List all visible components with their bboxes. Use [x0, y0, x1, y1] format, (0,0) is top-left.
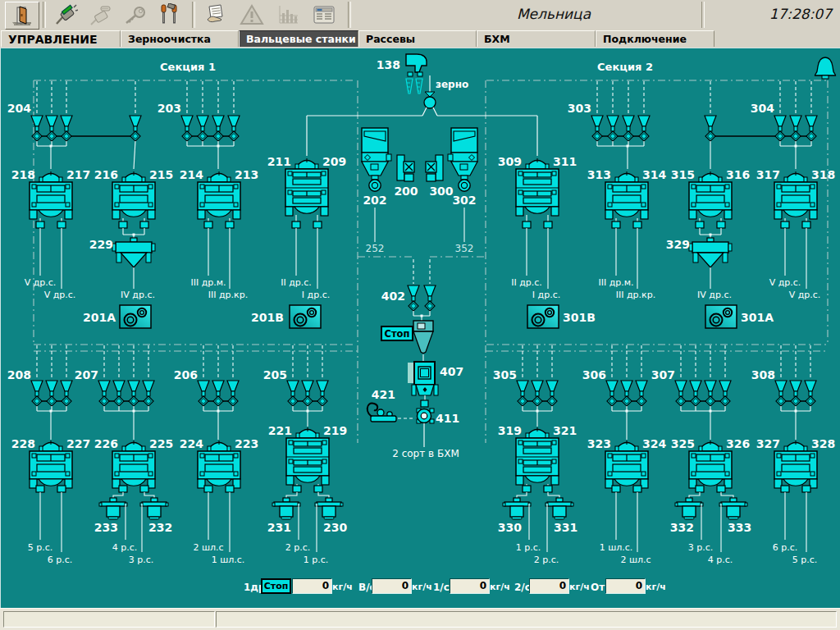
feeder-group-208[interactable]: 208	[7, 345, 72, 440]
mill-number: 218	[11, 168, 35, 181]
feeder-group-307[interactable]: 307	[651, 345, 731, 440]
feeder-number: 307	[651, 368, 675, 381]
mill-315-316[interactable]: 315316	[671, 168, 750, 238]
conveyor-421[interactable]: 421	[368, 388, 396, 422]
mill-226-225[interactable]: 226225	[94, 437, 173, 498]
detacher-333[interactable]: 3334 р.с.	[708, 498, 752, 565]
output-label: 2 сорт в БХМ	[392, 448, 459, 459]
mill-216-215[interactable]: 216215	[94, 168, 173, 238]
grain-inlet-138[interactable]: 138зерно	[377, 54, 468, 94]
bin-tag: 352	[455, 243, 474, 254]
detacher-331[interactable]: 3312 р.с.	[534, 498, 578, 565]
cyclone-229[interactable]: 229IV др.с.	[89, 238, 155, 300]
panel-icon[interactable]	[308, 2, 340, 28]
machine-407[interactable]: 407	[412, 362, 463, 400]
mill-number: 327	[756, 437, 780, 450]
machine-number: 407	[440, 365, 463, 378]
mill-number: 317	[756, 168, 780, 181]
feeder-group-203[interactable]: 203	[158, 81, 240, 169]
tab-rassevy[interactable]: Рассевы	[358, 30, 477, 47]
report-hand-icon[interactable]	[199, 2, 231, 28]
mill-317-318[interactable]: 317318V др.с.V др.с.	[756, 168, 835, 300]
detacher-230[interactable]: 2301 р.с.	[304, 498, 348, 565]
cyclone-329[interactable]: 329IV др.с.	[666, 238, 732, 300]
blower-301B[interactable]: 301B	[527, 305, 596, 328]
exit-door-icon[interactable]	[5, 2, 39, 30]
value-field-2s[interactable]: 0	[529, 578, 569, 594]
mill-224-223[interactable]: 2242232 шл.с1 шл.с.	[180, 437, 258, 565]
cyclone-number: 329	[666, 238, 690, 251]
feeder-group-206[interactable]: 206	[174, 345, 239, 440]
mill-228-227[interactable]: 2282275 р.с.6 р.с.	[11, 437, 90, 565]
stop-button-middle[interactable]: Стоп	[381, 326, 413, 340]
detacher-231[interactable]: 2312 р.с.	[267, 498, 311, 553]
bin-feeder[interactable]: 300	[426, 155, 454, 198]
stream-label: V др.с.	[44, 290, 76, 300]
feeder-group-205[interactable]: 205	[263, 345, 328, 427]
toolbar-separator	[701, 2, 705, 28]
detacher-232[interactable]: 2323 р.с.	[129, 498, 173, 565]
machine-number: 421	[372, 388, 395, 401]
mill-309-311[interactable]: 309311II др.с.I др.с.	[498, 155, 577, 300]
feeder-group-207[interactable]: 207	[75, 345, 154, 440]
blower-201B[interactable]: 201B	[251, 305, 321, 328]
mill-221-219[interactable]: 221219	[268, 424, 347, 498]
tab-valtsevye-stanki[interactable]: Вальцевые станки	[239, 30, 358, 47]
mill-number: 311	[553, 155, 577, 168]
value-field-otr[interactable]: 0	[605, 578, 646, 594]
stream-label: III др.кр.	[616, 290, 655, 300]
detacher-330[interactable]: 3301 р.с.	[498, 498, 541, 553]
detacher-233[interactable]: 2334 р.с.	[94, 498, 138, 553]
feeder-group-402[interactable]: 402	[381, 259, 436, 321]
mill-number: 225	[149, 437, 173, 450]
feeder-group-308[interactable]: 308	[751, 345, 816, 440]
stream-label: 1 шл.с.	[600, 542, 633, 553]
mill-327-328[interactable]: 3273286 р.с.5 р.с.	[756, 437, 835, 565]
cyclone-number: 229	[89, 238, 113, 251]
detacher-332[interactable]: 3323 р.с.	[670, 498, 714, 553]
chart-icon[interactable]	[272, 2, 304, 28]
mill-211-209[interactable]: 211209II др.с.I др.с.	[267, 155, 346, 300]
plug-disconnected-icon[interactable]	[84, 2, 116, 28]
status-cell-left	[3, 611, 215, 628]
bin-feeder[interactable]: 200	[394, 155, 418, 198]
key-icon[interactable]	[118, 2, 151, 28]
feeder-number: 200	[394, 185, 418, 198]
tools-icon[interactable]	[153, 2, 185, 28]
mill-218-217[interactable]: 218217V др.с.V др.с.	[11, 168, 90, 300]
mill-323-324[interactable]: 3233241 шл.с.2 шл.с	[587, 437, 667, 565]
mill-number: 223	[235, 437, 258, 450]
tab-bhm[interactable]: БХМ	[477, 30, 596, 47]
warning-icon[interactable]	[235, 2, 268, 28]
value-field-1dr[interactable]: 0	[292, 578, 332, 594]
mill-325-326[interactable]: 325326	[671, 437, 750, 498]
blower-301A[interactable]: 301A	[705, 305, 774, 328]
stop-button-1dr[interactable]: Стоп	[261, 578, 291, 594]
stream-label: III др.м.	[598, 277, 633, 288]
feeder-group-204[interactable]: 204	[7, 81, 141, 169]
status-cell-right	[216, 611, 837, 628]
value-field-1s[interactable]: 0	[450, 578, 490, 594]
stream-label: I др.с.	[302, 290, 330, 300]
feeder-group-303[interactable]: 303	[568, 81, 650, 169]
feeder-group-306[interactable]: 306	[582, 345, 647, 440]
mill-313-314[interactable]: 313314III др.м.III др.кр.	[587, 168, 667, 300]
tab-zernoochistka[interactable]: Зерноочистка	[121, 30, 239, 47]
stream-label: 6 р.с.	[48, 555, 73, 565]
plug-connected-icon[interactable]	[49, 2, 82, 28]
toolbar-separator	[348, 2, 351, 28]
alarm-bell-icon[interactable]	[815, 57, 836, 79]
machine-number: 411	[436, 412, 459, 425]
weigh-bin[interactable]: 202252	[362, 128, 391, 254]
feeder-group-305[interactable]: 305	[493, 345, 558, 427]
blower-201A[interactable]: 201A	[83, 305, 151, 328]
value-field-vs[interactable]: 0	[372, 578, 412, 594]
mill-319-321[interactable]: 319321	[498, 424, 577, 498]
tab-upravlenie[interactable]: УПРАВЛЕНИЕ	[1, 30, 121, 47]
valve-411[interactable]: 411	[417, 400, 459, 425]
feeder-group-304[interactable]: 304	[705, 81, 817, 169]
mill-number: 309	[498, 155, 522, 168]
plug-disconnected-icon	[88, 3, 112, 26]
mill-214-213[interactable]: 214213III др.м.III др.кр.	[180, 168, 258, 300]
tab-podklyuchenie[interactable]: Подключение	[596, 30, 714, 47]
